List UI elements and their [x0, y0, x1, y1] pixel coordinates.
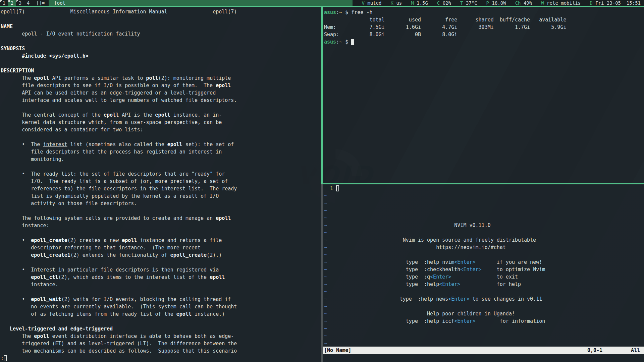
status-segment-date: D Fri 23-05 15:51: [590, 0, 641, 6]
cursor-hollow: [4, 355, 7, 361]
text-line: asus:~ $ free -h: [324, 9, 644, 16]
layout-indicator[interactable]: []=: [32, 0, 49, 6]
window-title: foot: [49, 0, 353, 6]
status-segment-memory: M 1.5G: [411, 0, 428, 6]
text-line: The following system calls are provided …: [1, 215, 321, 222]
text-line: ~ type :help iccf<Enter> for information: [324, 317, 644, 325]
text-line: two mechanisms can be described as follo…: [1, 347, 321, 355]
workspace-tag-3[interactable]: 3: [16, 0, 24, 6]
text-line: no events are currently available. (This…: [1, 303, 321, 310]
nvim-command-line[interactable]: [323, 354, 644, 362]
text-line: epoll_create1(2) extends the functionali…: [1, 251, 321, 259]
text-line: [1, 318, 321, 325]
text-line: ~: [324, 214, 644, 222]
man-page-pane[interactable]: epoll(7) Miscellaneous Information Manua…: [0, 7, 321, 362]
text-line: instance:: [1, 222, 321, 229]
text-line: 1: [324, 185, 644, 192]
text-line: [1, 163, 321, 170]
nvim-filename: [No Name]: [324, 347, 351, 354]
text-line: ~: [324, 207, 644, 214]
text-line: NAME: [1, 23, 321, 30]
workspace-tags: 1234: [0, 0, 32, 6]
nvim-pane[interactable]: 1 ~~~~~ NVIM v0.11.0~~ Nvim is open sour…: [323, 184, 644, 362]
tag-indicator-square: [8, 0, 10, 2]
text-line: • The interest list (sometimes also call…: [1, 141, 321, 148]
status-segment-power: P 18.0W: [486, 0, 506, 6]
text-line: ~ type :q<Enter> to exit: [324, 273, 644, 281]
text-line: ~ type :checkhealth<Enter> to optimize N…: [324, 266, 644, 273]
text-line: references to) the file descriptors in t…: [1, 185, 321, 192]
text-line: • epoll_create(2) creates a new epoll in…: [1, 237, 321, 244]
text-line: ~ type :help news<Enter> to see changes …: [324, 295, 644, 303]
tag-indicator-square: [0, 0, 2, 2]
text-line: ~: [324, 325, 644, 332]
status-segment-temperature: T 37°C: [460, 0, 477, 6]
text-line: DESCRIPTION: [1, 67, 321, 74]
text-line: epoll - I/O event notification facility: [1, 30, 321, 38]
text-line: The epoll API performs a similar task to…: [1, 74, 321, 82]
text-line: kernel data structure which, from a user…: [1, 119, 321, 126]
text-line: ~ type :help nvim<Enter> if you are new!: [324, 258, 644, 266]
status-segment-charge: Ch 49%: [515, 0, 532, 6]
nvim-cursor-position: 0,0-1: [587, 347, 602, 354]
text-line: ~ type :help<Enter> for help: [324, 281, 644, 288]
text-line: #include <sys/epoll.h>: [1, 52, 321, 60]
cursor-hollow: [336, 185, 339, 191]
text-line: [1, 229, 321, 237]
status-segment-keyboard: K us: [391, 0, 402, 6]
text-line: Swap: 8.0Gi 0B 8.0Gi: [324, 31, 644, 38]
text-line: [1, 104, 321, 111]
text-line: file descriptors that the process has re…: [1, 148, 321, 156]
text-line: file descriptors to see if I/O is possib…: [1, 82, 321, 89]
text-line: ~ https://neovim.io/#chat: [324, 244, 644, 251]
text-line: :: [1, 355, 321, 362]
workspace-tag-4[interactable]: 4: [24, 0, 32, 6]
workspace-tag-1[interactable]: 1: [0, 0, 8, 6]
text-line: of as fetching items from the ready list…: [1, 310, 321, 318]
tag-indicator-square: [16, 0, 18, 2]
text-line: epoll(7) Miscellaneous Information Manua…: [1, 8, 321, 15]
text-line: • epoll_wait(2) waits for I/O events, bl…: [1, 296, 321, 303]
text-line: [1, 15, 321, 23]
text-line: ~: [324, 192, 644, 199]
text-line: ~: [324, 332, 644, 340]
text-line: [1, 133, 321, 141]
top-bar: 1234 []= foot V mutedK usM 1.5GC 02%T 37…: [0, 0, 644, 6]
nvim-statusline: [No Name] 0,0-1 All: [323, 347, 644, 354]
text-line: ~: [324, 229, 644, 236]
text-line: considered as a container for two lists:: [1, 126, 321, 133]
text-line: descriptor referring to that instance. (…: [1, 244, 321, 251]
text-line: [1, 38, 321, 45]
text-line: • Interest in particular file descriptor…: [1, 266, 321, 274]
text-line: [1, 288, 321, 296]
text-line: ~ Nvim is open source and freely distrib…: [324, 236, 644, 244]
text-line: interface and scales well to large numbe…: [1, 97, 321, 104]
text-line: ~: [324, 251, 644, 258]
nvim-scroll-indicator: All: [631, 347, 640, 354]
nvim-buffer[interactable]: 1 ~~~~~ NVIM v0.11.0~~ Nvim is open sour…: [323, 184, 644, 347]
text-line: Level-triggered and edge-triggered: [1, 325, 321, 333]
text-line: monitoring.: [1, 156, 321, 163]
text-line: instance.: [1, 281, 321, 288]
text-line: • The ready list: the set of file descri…: [1, 170, 321, 178]
text-line: ~: [324, 303, 644, 310]
text-line: triggered (ET) and as level-triggered (L…: [1, 340, 321, 347]
text-line: activity on those file descriptors.: [1, 200, 321, 207]
text-line: ~ NVIM v0.11.0: [324, 222, 644, 229]
text-line: ~: [324, 340, 644, 347]
text-line: [1, 259, 321, 266]
text-line: The epoll event distribution interface i…: [1, 333, 321, 340]
text-line: [1, 60, 321, 67]
text-line: I/O. The ready list is a subset of (or, …: [1, 178, 321, 185]
workspace-tag-2[interactable]: 2: [8, 0, 16, 6]
cursor-block: [351, 39, 354, 45]
text-line: total used free shared buff/cache availa…: [324, 16, 644, 23]
text-line: SYNOPSIS: [1, 45, 321, 52]
status-bar: V mutedK usM 1.5GC 02%T 37°CP 18.0WCh 49…: [353, 0, 644, 6]
terminal-pane[interactable]: asus:~ $ free -h total used free shared …: [323, 7, 644, 183]
text-line: ~ Help poor children in Uganda!: [324, 310, 644, 317]
text-line: The central concept of the epoll API is …: [1, 111, 321, 119]
text-line: API can be used either as an edge-trigge…: [1, 89, 321, 97]
text-line: epoll_ctl(2), which adds items to the in…: [1, 274, 321, 281]
status-segment-cpu: C 02%: [437, 0, 451, 6]
